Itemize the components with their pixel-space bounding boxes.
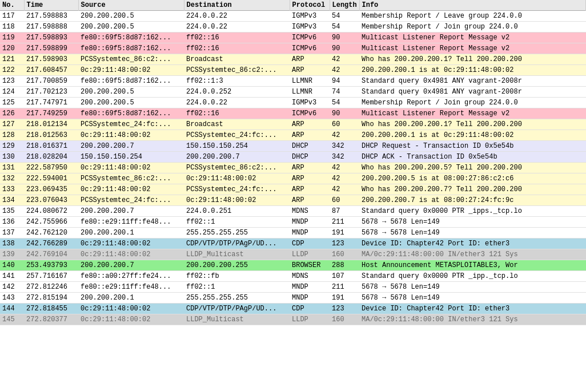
table-row[interactable]: 131222.5879500c:29:11:48:00:02PCSSystemt…	[0, 163, 586, 173]
table-row[interactable]: 139242.7691040c:29:11:48:00:02LLDP_Multi…	[0, 249, 586, 260]
table-row[interactable]: 141257.716167fe80::a00:27ff:fe24...ff02:…	[0, 271, 586, 282]
table-row[interactable]: 122217.6084570c:29:11:48:00:02PCSSystemt…	[0, 65, 586, 76]
table-row[interactable]: 120217.598899fe80::69f5:8d87:162...ff02:…	[0, 43, 586, 54]
header-length: Length	[330, 0, 359, 11]
table-row[interactable]: 128218.0125630c:29:11:48:00:02PCSSystemt…	[0, 130, 586, 141]
table-header: No. Time Source Destination Protocol Len…	[0, 0, 586, 11]
table-row[interactable]: 134223.076043PCSSystemtec_24:fc:...0c:29…	[0, 195, 586, 206]
table-row[interactable]: 142272.812246fe80::e29:11ff:fe48...ff02:…	[0, 282, 586, 293]
table-row[interactable]: 143272.815194200.200.200.1255.255.255.25…	[0, 293, 586, 304]
table-row[interactable]: 133223.0694350c:29:11:48:00:02PCSSystemt…	[0, 184, 586, 195]
table-row[interactable]: 125217.747971200.200.200.5224.0.0.22IGMP…	[0, 98, 586, 108]
table-row[interactable]: 117217.598883200.200.200.5224.0.0.22IGMP…	[0, 11, 586, 22]
packet-table: No. Time Source Destination Protocol Len…	[0, 0, 586, 325]
table-row[interactable]: 121217.598903PCSSystemtec_86:c2:...Broad…	[0, 54, 586, 65]
table-row[interactable]: 127218.012134PCSSystemtec_24:fc:...Broad…	[0, 119, 586, 130]
table-row[interactable]: 138242.7662890c:29:11:48:00:02CDP/VTP/DT…	[0, 239, 586, 249]
table-row[interactable]: 123217.700859fe80::69f5:8d87:162...ff02:…	[0, 76, 586, 87]
table-row[interactable]: 118217.598888200.200.200.5224.0.0.22IGMP…	[0, 22, 586, 33]
table-row[interactable]: 119217.598893fe80::69f5:8d87:162...ff02:…	[0, 33, 586, 43]
table-row[interactable]: 130218.028204150.150.150.254200.200.200.…	[0, 152, 586, 163]
header-time: Time	[24, 0, 78, 11]
table-row[interactable]: 145272.8203770c:29:11:48:00:02LLDP_Multi…	[0, 314, 586, 325]
table-row[interactable]: 140253.493793200.200.200.7200.200.200.25…	[0, 260, 586, 271]
header-destination: Destination	[184, 0, 290, 11]
table-row[interactable]: 137242.762120200.200.200.1255.255.255.25…	[0, 228, 586, 239]
table-row[interactable]: 124217.702123200.200.200.5224.0.0.252LLM…	[0, 87, 586, 98]
table-row[interactable]: 135224.080672200.200.200.7224.0.0.251MDN…	[0, 206, 586, 217]
table-row[interactable]: 136242.755966fe80::e29:11ff:fe48...ff02:…	[0, 217, 586, 228]
table-row[interactable]: 126217.749259fe80::69f5:8d87:162...ff02:…	[0, 108, 586, 119]
header-source: Source	[78, 0, 184, 11]
header-info: Info	[359, 0, 586, 11]
table-row[interactable]: 129218.016371200.200.200.7150.150.150.25…	[0, 141, 586, 152]
table-row[interactable]: 132222.594001PCSSystemtec_86:c2:...0c:29…	[0, 173, 586, 184]
table-row[interactable]: 144272.8184550c:29:11:48:00:02CDP/VTP/DT…	[0, 304, 586, 314]
header-protocol: Protocol	[290, 0, 330, 11]
header-no: No.	[0, 0, 24, 11]
